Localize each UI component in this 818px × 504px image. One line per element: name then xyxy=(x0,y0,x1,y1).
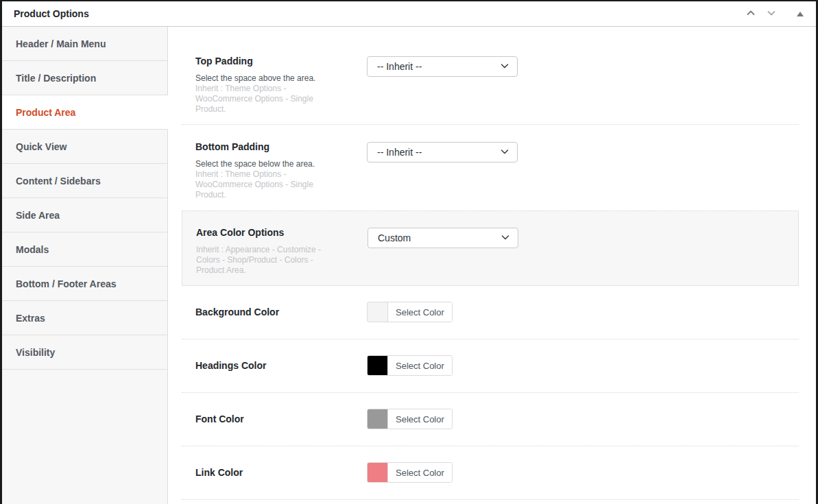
tab-label: Quick View xyxy=(16,141,67,152)
field-label: Font Color xyxy=(195,413,367,424)
color-swatch xyxy=(368,356,388,375)
description-text: Select the space above the area. xyxy=(195,73,315,83)
field-description: Select the space above the area. Inherit… xyxy=(195,73,339,115)
field-info: Area Color Options Inherit : Appearance … xyxy=(196,227,368,276)
inherit-note: Inherit : Appearance - Customize - Color… xyxy=(196,245,321,275)
field-description: Inherit : Appearance - Customize - Color… xyxy=(196,245,340,276)
field-font-color: Font Color Select Color xyxy=(182,393,799,446)
tab-modals[interactable]: Modals xyxy=(2,232,168,267)
field-label: Headings Color xyxy=(195,360,367,371)
field-label: Top Padding xyxy=(195,56,367,67)
color-swatch xyxy=(368,302,388,322)
field-label: Link Color xyxy=(195,467,367,478)
select-color-label: Select Color xyxy=(388,356,452,375)
color-swatch xyxy=(368,463,388,482)
field-top-padding: Top Padding Select the space above the a… xyxy=(182,27,799,125)
select-color-label: Select Color xyxy=(388,302,452,322)
metabox-body: Header / Main Menu Title / Description P… xyxy=(2,27,816,504)
top-padding-select[interactable]: -- Inherit -- xyxy=(367,56,518,77)
tab-label: Title / Description xyxy=(16,73,96,84)
field-label: Bottom Padding xyxy=(195,141,367,153)
background-color-picker-button[interactable]: Select Color xyxy=(367,302,453,322)
tab-label: Extras xyxy=(16,313,45,324)
link-color-picker-button[interactable]: Select Color xyxy=(367,462,453,483)
chevron-down-icon xyxy=(500,147,509,158)
move-down-button[interactable] xyxy=(765,8,778,20)
field-label: Background Color xyxy=(195,307,367,317)
triangle-up-icon xyxy=(797,12,804,16)
headings-color-picker-button[interactable]: Select Color xyxy=(367,355,453,376)
field-description: Select the space below the area. Inherit… xyxy=(195,159,339,200)
tab-title-description[interactable]: Title / Description xyxy=(2,61,168,95)
description-text: Select the space below the area. xyxy=(195,159,315,169)
select-color-label: Select Color xyxy=(388,409,452,429)
tab-label: Side Area xyxy=(16,210,60,221)
select-value: -- Inherit -- xyxy=(377,61,422,72)
area-color-options-select[interactable]: Custom xyxy=(368,228,518,248)
tab-quick-view[interactable]: Quick View xyxy=(2,130,168,164)
select-color-label: Select Color xyxy=(388,463,452,482)
inherit-note: Inherit : Theme Options - WooCommerce Op… xyxy=(195,84,313,114)
field-bottom-padding: Bottom Padding Select the space below th… xyxy=(182,125,799,211)
font-color-picker-button[interactable]: Select Color xyxy=(367,409,453,429)
tab-label: Visibility xyxy=(16,347,55,358)
field-control: Custom xyxy=(368,227,518,248)
chevron-up-icon xyxy=(745,8,756,21)
tab-label: Header / Main Menu xyxy=(16,38,106,49)
inherit-note: Inherit : Theme Options - WooCommerce Op… xyxy=(195,169,313,200)
field-control: -- Inherit -- xyxy=(367,141,518,163)
field-label: Area Color Options xyxy=(196,227,368,239)
tab-bottom-footer-areas[interactable]: Bottom / Footer Areas xyxy=(2,267,168,301)
tab-label: Bottom / Footer Areas xyxy=(16,278,117,289)
tab-side-area[interactable]: Side Area xyxy=(2,198,168,232)
sidebar-filler xyxy=(2,370,168,504)
metabox-header: Product Options xyxy=(2,1,816,27)
metabox-title: Product Options xyxy=(14,8,745,19)
select-value: Custom xyxy=(378,232,411,243)
bottom-padding-select[interactable]: -- Inherit -- xyxy=(367,142,518,163)
tab-label: Product Area xyxy=(16,107,75,118)
tab-content-sidebars[interactable]: Content / Sidebars xyxy=(2,164,168,198)
product-options-metabox: Product Options Header / Main Menu Title… xyxy=(2,1,816,504)
tab-visibility[interactable]: Visibility xyxy=(2,335,168,370)
move-up-button[interactable] xyxy=(745,8,757,20)
field-info: Top Padding Select the space above the a… xyxy=(195,56,367,115)
field-headings-color: Headings Color Select Color xyxy=(182,339,799,393)
toggle-panel-button[interactable] xyxy=(794,8,806,20)
field-control: -- Inherit -- xyxy=(367,56,518,77)
options-tab-list: Header / Main Menu Title / Description P… xyxy=(2,27,168,504)
field-area-color-options: Area Color Options Inherit : Appearance … xyxy=(182,211,799,286)
chevron-down-icon xyxy=(766,8,777,21)
tab-header-main-menu[interactable]: Header / Main Menu xyxy=(2,27,168,61)
chevron-down-icon xyxy=(500,61,509,73)
tab-label: Content / Sidebars xyxy=(16,176,101,187)
metabox-order-controls xyxy=(745,8,778,20)
select-value: -- Inherit -- xyxy=(377,147,422,158)
chevron-down-icon xyxy=(501,232,510,244)
color-swatch xyxy=(368,409,388,429)
tab-product-area[interactable]: Product Area xyxy=(2,95,168,130)
tab-extras[interactable]: Extras xyxy=(2,301,168,335)
field-info: Bottom Padding Select the space below th… xyxy=(195,141,367,200)
tab-panel-product-area: Top Padding Select the space above the a… xyxy=(168,27,816,504)
tab-label: Modals xyxy=(16,244,49,255)
field-background-color: Background Color Select Color xyxy=(182,286,799,339)
field-link-color: Link Color Select Color xyxy=(182,446,799,500)
